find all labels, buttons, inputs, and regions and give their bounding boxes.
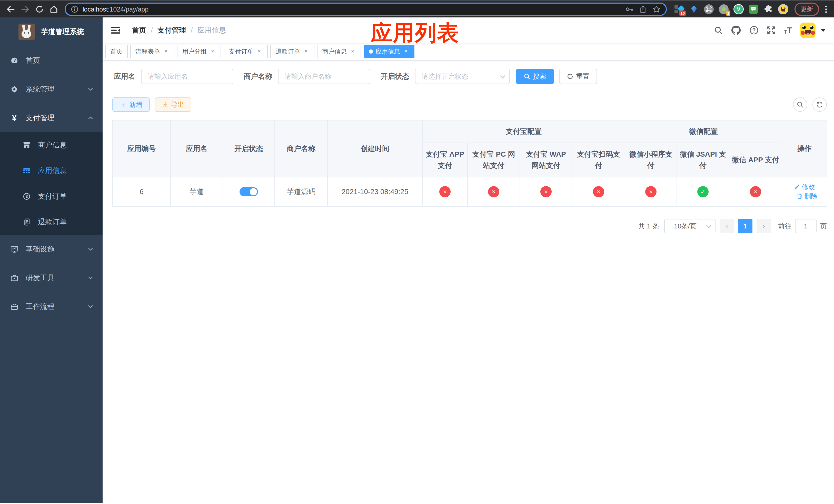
extension-tampermonkey-icon[interactable]: 10 bbox=[674, 4, 684, 14]
edit-link[interactable]: 修改 bbox=[794, 183, 815, 191]
sidebar-item-infrastructure[interactable]: 基础设施 bbox=[0, 235, 103, 264]
tab-merchant-info[interactable]: 商户信息× bbox=[317, 45, 361, 58]
extensions-puzzle-icon[interactable] bbox=[763, 4, 773, 14]
home-icon[interactable] bbox=[47, 3, 61, 16]
monitor-icon bbox=[10, 245, 19, 253]
forward-icon[interactable] bbox=[19, 3, 32, 16]
extension-chat-icon[interactable] bbox=[748, 4, 759, 14]
extension-vue-devtools-icon[interactable]: V bbox=[733, 4, 744, 14]
site-info-icon[interactable] bbox=[71, 5, 79, 13]
app-logo[interactable]: 芋道管理系统 bbox=[0, 18, 103, 46]
chevron-down-icon bbox=[706, 223, 711, 228]
status-indicator-icon: × bbox=[540, 186, 552, 198]
browser-menu-icon[interactable] bbox=[822, 6, 830, 13]
sidebar-item-dev-tools[interactable]: 研发工具 bbox=[0, 264, 103, 292]
export-button[interactable]: 导出 bbox=[155, 97, 191, 112]
top-navbar: 首页 / 支付管理 / 应用信息 bbox=[103, 18, 834, 43]
close-icon[interactable]: × bbox=[209, 48, 216, 55]
back-icon[interactable] bbox=[4, 3, 18, 16]
next-page-button[interactable]: › bbox=[756, 219, 771, 233]
app-name-input[interactable] bbox=[141, 69, 233, 84]
close-icon[interactable]: × bbox=[162, 48, 169, 55]
delete-link[interactable]: 删除 bbox=[796, 192, 818, 201]
close-icon[interactable]: × bbox=[303, 48, 309, 55]
plus-icon: ＋ bbox=[119, 101, 127, 108]
sidebar-item-payment[interactable]: ¥ 支付管理 bbox=[0, 104, 103, 132]
close-icon[interactable]: × bbox=[256, 48, 263, 55]
sidebar-item-payment-orders[interactable]: 支付订单 bbox=[0, 184, 103, 209]
merchant-name-input[interactable] bbox=[278, 69, 370, 84]
help-icon[interactable] bbox=[749, 26, 759, 35]
dashboard-icon bbox=[10, 56, 19, 65]
tab-payment-orders[interactable]: 支付订单× bbox=[224, 45, 268, 58]
search-button[interactable]: 搜索 bbox=[516, 69, 554, 84]
table-toolbar: ＋ 新增 导出 bbox=[112, 97, 827, 112]
cell-created: 2021-10-23 08:49:25 bbox=[328, 177, 422, 206]
table-row: 6 芋道 芋道源码 2021-10-23 08:49:25 × × × × × bbox=[113, 177, 827, 206]
add-button[interactable]: ＋ 新增 bbox=[112, 97, 150, 112]
sidebar-item-label: 支付管理 bbox=[26, 113, 54, 123]
github-icon[interactable] bbox=[731, 25, 741, 36]
page-size-select[interactable]: 10条/页 bbox=[664, 219, 716, 233]
app-table: 应用编号 应用名 开启状态 商户名称 创建时间 支付宝配置 微信配置 操作 支付… bbox=[112, 120, 827, 207]
password-key-icon[interactable] bbox=[625, 5, 633, 13]
col-alipay-pc: 支付宝 PC 网站支付 bbox=[467, 143, 520, 177]
header-search-icon[interactable] bbox=[714, 26, 723, 35]
fullscreen-icon[interactable] bbox=[767, 26, 775, 35]
bookmark-star-icon[interactable] bbox=[653, 5, 661, 13]
breadcrumb-home[interactable]: 首页 bbox=[132, 25, 146, 35]
toggle-search-button[interactable] bbox=[793, 97, 807, 112]
extension-emoji-icon[interactable] bbox=[778, 4, 788, 14]
toolbox-icon bbox=[10, 274, 19, 282]
extension-kite-icon[interactable] bbox=[689, 4, 699, 14]
sidebar-item-refund-orders[interactable]: 退款订单 bbox=[0, 209, 103, 235]
tab-home[interactable]: 首页 bbox=[105, 45, 128, 58]
close-icon[interactable]: × bbox=[403, 48, 409, 55]
status-indicator-icon: × bbox=[488, 186, 499, 198]
status-select[interactable]: 请选择开启状态 bbox=[415, 69, 510, 84]
extension-command-icon[interactable] bbox=[704, 4, 714, 14]
total-count: 共 1 条 bbox=[638, 222, 659, 231]
sidebar-item-label: 研发工具 bbox=[26, 273, 54, 283]
tab-user-group[interactable]: 用户分组× bbox=[177, 45, 221, 58]
sidebar-item-label: 退款订单 bbox=[38, 217, 67, 227]
sidebar-item-workflow[interactable]: 工作流程 bbox=[0, 292, 103, 321]
status-toggle[interactable] bbox=[240, 187, 258, 197]
cell-alipay-qr: × bbox=[572, 177, 625, 206]
share-icon[interactable] bbox=[639, 5, 647, 13]
reload-icon[interactable] bbox=[33, 3, 46, 16]
font-size-icon[interactable]: TT bbox=[784, 26, 792, 35]
tab-process-form[interactable]: 流程表单× bbox=[130, 45, 174, 58]
col-app-name: 应用名 bbox=[171, 120, 223, 177]
yen-icon: ¥ bbox=[10, 114, 19, 122]
refresh-button[interactable] bbox=[812, 97, 827, 112]
tab-refund-orders[interactable]: 退款订单× bbox=[270, 45, 314, 58]
sidebar-item-label: 商户信息 bbox=[38, 140, 67, 150]
col-alipay-wap: 支付宝 WAP 网站支付 bbox=[520, 143, 572, 177]
address-bar[interactable]: localhost:1024/pay/app bbox=[65, 3, 667, 16]
sidebar-item-app-info[interactable]: 应用信息 bbox=[0, 158, 103, 184]
col-actions: 操作 bbox=[782, 120, 827, 177]
user-avatar[interactable] bbox=[800, 23, 815, 38]
prev-page-button[interactable]: ‹ bbox=[720, 219, 734, 233]
avatar-caret-icon[interactable] bbox=[821, 29, 826, 32]
page-annotation-title: 应用列表 bbox=[371, 19, 459, 48]
sidebar-item-merchant-info[interactable]: 商户信息 bbox=[0, 132, 103, 158]
col-wechat-app: 微信 APP 支付 bbox=[729, 143, 782, 177]
reset-button[interactable]: 重置 bbox=[559, 69, 597, 84]
close-icon[interactable]: × bbox=[349, 48, 356, 55]
sidebar-item-home[interactable]: 首页 bbox=[0, 46, 103, 75]
briefcase-icon bbox=[10, 302, 19, 311]
sidebar-item-system[interactable]: 系统管理 bbox=[0, 75, 103, 104]
sidebar-item-label: 系统管理 bbox=[26, 84, 54, 94]
page-1-button[interactable]: 1 bbox=[738, 219, 752, 233]
sidebar-toggle-icon[interactable] bbox=[107, 25, 125, 35]
browser-update-button[interactable]: 更新 bbox=[794, 3, 819, 16]
goto-page-input[interactable] bbox=[795, 219, 816, 233]
col-created: 创建时间 bbox=[328, 120, 422, 177]
extension-recorder-icon[interactable]: 1 bbox=[719, 4, 729, 14]
cell-wechat-mini: × bbox=[625, 177, 677, 206]
cell-alipay-app: × bbox=[422, 177, 467, 206]
cell-alipay-wap: × bbox=[520, 177, 572, 206]
breadcrumb-payment[interactable]: 支付管理 bbox=[157, 25, 186, 35]
